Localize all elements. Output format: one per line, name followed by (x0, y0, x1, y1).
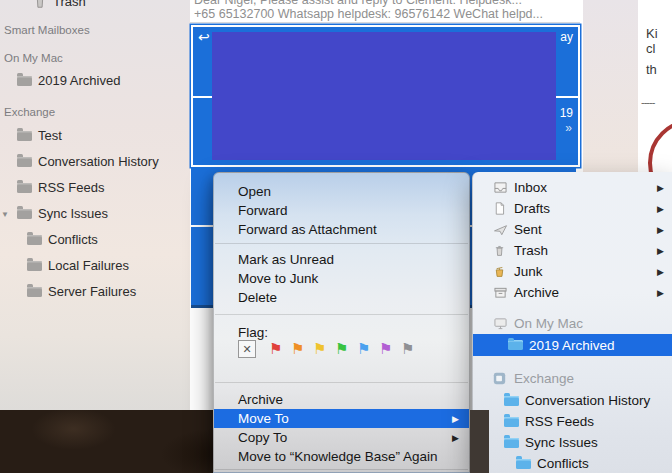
submenu-header-exchange: Exchange (473, 368, 672, 389)
move-to-submenu: Inbox ▶ Drafts ▶ Sent ▶ Trash ▶ Junk ▶ A… (472, 172, 672, 473)
menu-separator (215, 382, 468, 383)
menu-separator (215, 243, 468, 244)
sidebar-header-smart-mailboxes: Smart Mailboxes (4, 24, 90, 36)
submenu-arrow-icon: ▶ (657, 288, 664, 298)
submenu-header-on-my-mac: On My Mac (473, 313, 672, 334)
sidebar-item-conversation-history[interactable]: Conversation History (17, 154, 159, 169)
menu-separator (215, 314, 468, 315)
flag-green[interactable]: ⚑ (335, 340, 357, 358)
menu-item-move-to-junk[interactable]: Move to Junk (214, 269, 469, 288)
exchange-icon (493, 372, 509, 385)
menu-item-delete[interactable]: Delete (214, 288, 469, 307)
body-text-fragment: th (646, 62, 657, 77)
inbox-icon (493, 181, 509, 194)
submenu-item-2019-archived[interactable]: 2019 Archived (473, 334, 672, 356)
sent-icon (493, 224, 509, 236)
menu-item-forward-as-attachment[interactable]: Forward as Attachment (214, 220, 469, 239)
submenu-arrow-icon: ▶ (452, 428, 459, 447)
submenu-item-sent[interactable]: Sent ▶ (473, 219, 672, 240)
menu-item-copy-to[interactable]: Copy To ▶ (214, 428, 469, 447)
sidebar-item-test[interactable]: Test (17, 128, 62, 143)
folder-icon (17, 76, 32, 86)
disclosure-triangle-icon[interactable]: ▼ (1, 210, 9, 219)
submenu-item-rss-feeds[interactable]: RSS Feeds (473, 411, 672, 432)
submenu-arrow-icon: ▶ (657, 204, 664, 214)
archive-icon (493, 286, 509, 299)
folder-icon (504, 438, 519, 448)
junk-icon (493, 265, 509, 278)
sidebar-item-conflicts[interactable]: Conflicts (27, 232, 98, 247)
menu-item-move-again[interactable]: Move to “Knowledge Base” Again (214, 447, 469, 466)
folder-icon (17, 183, 32, 193)
sidebar-item-local-failures[interactable]: Local Failures (27, 258, 129, 273)
flag-picker: ✕ ⚑ ⚑ ⚑ ⚑ ⚑ ⚑ ⚑ (238, 339, 423, 359)
clear-flag-button[interactable]: ✕ (238, 340, 256, 358)
folder-icon (516, 459, 531, 469)
sidebar-item-2019-archived[interactable]: 2019 Archived (17, 73, 120, 88)
folder-icon (504, 396, 519, 406)
submenu-arrow-icon: ▶ (657, 183, 664, 193)
sidebar-item-sync-issues[interactable]: Sync Issues (17, 206, 108, 221)
menu-separator (215, 469, 468, 470)
list-divider (190, 22, 580, 23)
message-date-fragment: ay (560, 30, 573, 44)
submenu-item-conflicts[interactable]: Conflicts (473, 453, 672, 473)
sidebar-item-rss-feeds[interactable]: RSS Feeds (17, 180, 104, 195)
sidebar-item-server-failures[interactable]: Server Failures (27, 284, 136, 299)
folder-icon (17, 209, 32, 219)
folder-icon (508, 340, 523, 350)
trash-icon (33, 0, 47, 9)
selected-messages[interactable]: ↩ ay 19 » (191, 25, 580, 167)
window-gap-shadow (470, 410, 489, 473)
trash-icon (493, 244, 509, 257)
flag-gray[interactable]: ⚑ (401, 340, 423, 358)
flag-orange[interactable]: ⚑ (291, 340, 313, 358)
menu-item-mark-as-unread[interactable]: Mark as Unread (214, 250, 469, 269)
submenu-item-conversation-history[interactable]: Conversation History (473, 390, 672, 411)
submenu-arrow-icon: ▶ (657, 267, 664, 277)
mailbox-sidebar: Trash Smart Mailboxes On My Mac 2019 Arc… (0, 0, 191, 410)
menu-item-open[interactable]: Open (214, 182, 469, 201)
menu-item-forward[interactable]: Forward (214, 201, 469, 220)
sidebar-header-on-my-mac: On My Mac (4, 52, 63, 64)
flag-blue[interactable]: ⚑ (357, 340, 379, 358)
message-preview-text[interactable]: Dear Nigel, Please assist and reply to C… (194, 0, 576, 22)
flag-red[interactable]: ⚑ (269, 340, 291, 358)
folder-icon (17, 157, 32, 167)
folder-icon (27, 261, 42, 271)
context-menu: Open Forward Forward as Attachment Mark … (213, 172, 470, 473)
sidebar-header-exchange: Exchange (4, 106, 55, 118)
submenu-arrow-icon: ▶ (452, 409, 459, 428)
divider-dashes: ----- (641, 96, 654, 108)
redacted-content-block (212, 32, 556, 160)
submenu-item-sync-issues[interactable]: Sync Issues (473, 432, 672, 453)
submenu-item-junk[interactable]: Junk ▶ (473, 261, 672, 282)
submenu-item-drafts[interactable]: Drafts ▶ (473, 198, 672, 219)
folder-icon (27, 287, 42, 297)
body-text-fragment: cl (646, 41, 655, 56)
message-fragment: 19 (560, 106, 573, 120)
menu-item-archive[interactable]: Archive (214, 390, 469, 409)
submenu-item-archive[interactable]: Archive ▶ (473, 282, 672, 303)
flag-purple[interactable]: ⚑ (379, 340, 401, 358)
computer-icon (493, 317, 509, 330)
body-text-fragment: Ki (646, 26, 658, 41)
drafts-icon (493, 202, 509, 215)
folder-icon (17, 131, 32, 141)
menu-item-move-to[interactable]: Move To ▶ (214, 409, 469, 428)
chevrons-icon: » (565, 121, 572, 135)
replied-arrow-icon: ↩ (198, 29, 210, 45)
submenu-arrow-icon: ▶ (657, 246, 664, 256)
flag-yellow[interactable]: ⚑ (313, 340, 335, 358)
submenu-item-inbox[interactable]: Inbox ▶ (473, 177, 672, 198)
submenu-item-trash[interactable]: Trash ▶ (473, 240, 672, 261)
submenu-arrow-icon: ▶ (657, 225, 664, 235)
folder-icon (27, 235, 42, 245)
sidebar-item-label: Trash (53, 0, 86, 9)
sidebar-item-trash[interactable]: Trash (33, 0, 86, 9)
folder-icon (504, 417, 519, 427)
